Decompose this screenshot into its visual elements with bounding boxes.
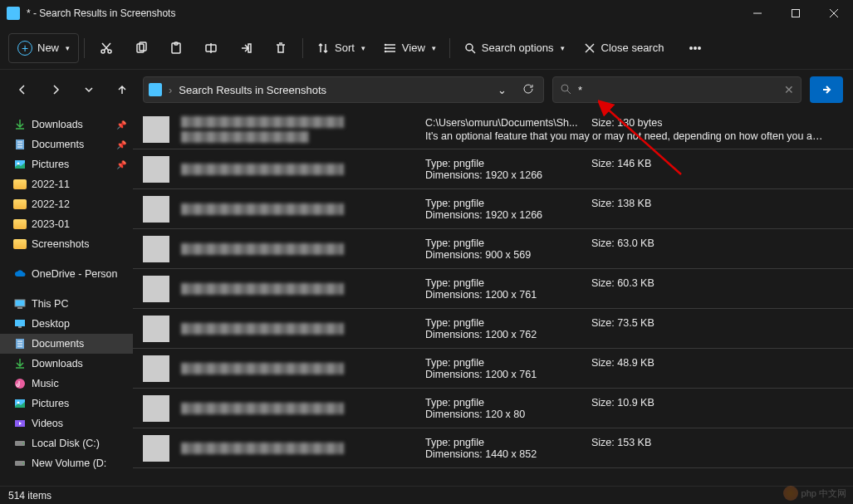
close-search-button[interactable]: Close search bbox=[575, 33, 673, 63]
sidebar-item[interactable]: New Volume (D: bbox=[0, 453, 133, 473]
file-size: 73.5 KB bbox=[617, 317, 654, 329]
delete-button[interactable] bbox=[264, 33, 297, 63]
clipboard-icon bbox=[169, 42, 183, 55]
result-row[interactable]: Type: pngfileDimensions: 120 x 80Size: 1… bbox=[133, 389, 853, 428]
svg-point-44 bbox=[15, 379, 25, 389]
close-button[interactable] bbox=[815, 0, 853, 27]
minimize-button[interactable] bbox=[738, 0, 777, 27]
results-list[interactable]: C:\Users\omuru\Documents\Sh...Size: 130 … bbox=[133, 110, 853, 486]
share-button[interactable] bbox=[229, 33, 262, 63]
breadcrumb-separator: › bbox=[169, 84, 172, 96]
result-row[interactable]: Type: pngfileDimensions: 1200 x 762Size:… bbox=[133, 309, 853, 349]
file-type: pngfile bbox=[453, 317, 484, 329]
dimensions-label: Dimensions: bbox=[425, 369, 483, 380]
sidebar-item[interactable]: Pictures bbox=[0, 394, 133, 413]
size-label: Size: bbox=[591, 198, 615, 209]
search-go-button[interactable] bbox=[810, 76, 843, 103]
file-dimensions: 1200 x 762 bbox=[485, 329, 537, 340]
more-button[interactable] bbox=[679, 33, 712, 63]
sidebar-item[interactable]: 2022-12 bbox=[0, 194, 133, 214]
nav-row: › Search Results in Screenshots ⌄ * ✕ bbox=[0, 70, 853, 110]
folder-icon bbox=[13, 179, 27, 189]
sidebar-item[interactable]: OneDrive - Person bbox=[0, 264, 133, 284]
sidebar-item[interactable]: Music bbox=[0, 374, 133, 394]
rename-button[interactable] bbox=[194, 33, 228, 63]
result-row[interactable]: Type: pngfileDimensions: 1440 x 852Size:… bbox=[133, 428, 853, 468]
folder-icon bbox=[13, 199, 27, 209]
result-row[interactable]: Type: pngfileDimensions: 1920 x 1266Size… bbox=[133, 149, 853, 189]
sidebar-item-label: OneDrive - Person bbox=[32, 268, 118, 280]
view-icon bbox=[384, 42, 397, 55]
dimensions-label: Dimensions: bbox=[425, 448, 483, 460]
trash-icon bbox=[274, 42, 287, 55]
disk-icon bbox=[13, 457, 27, 470]
sidebar-item[interactable]: Local Disk (C:) bbox=[0, 433, 133, 453]
search-options-button[interactable]: Search options ▾ bbox=[455, 33, 573, 63]
sidebar-item-label: Music bbox=[32, 378, 59, 389]
address-dropdown[interactable]: ⌄ bbox=[492, 84, 512, 96]
new-button[interactable]: + New ▾ bbox=[8, 33, 79, 63]
file-dimensions: 1200 x 761 bbox=[485, 369, 537, 380]
type-label: Type: bbox=[425, 357, 451, 369]
sidebar-item[interactable]: 2023-01 bbox=[0, 214, 133, 234]
back-button[interactable] bbox=[10, 77, 35, 102]
maximize-button[interactable] bbox=[777, 0, 815, 27]
sort-button[interactable]: Sort ▾ bbox=[308, 33, 374, 63]
dl-icon bbox=[13, 357, 27, 370]
file-type: pngfile bbox=[453, 277, 484, 289]
filename bbox=[181, 116, 414, 143]
file-type: pngfile bbox=[453, 437, 484, 448]
cut-button[interactable] bbox=[90, 33, 123, 63]
filename bbox=[181, 203, 414, 215]
sidebar-item[interactable]: Downloads📌 bbox=[0, 115, 133, 135]
result-row[interactable]: Type: pngfileDimensions: 1200 x 761Size:… bbox=[133, 349, 853, 389]
sidebar-item[interactable]: Documents📌 bbox=[0, 135, 133, 154]
sidebar-item[interactable]: Pictures📌 bbox=[0, 154, 133, 174]
clear-search-button[interactable]: ✕ bbox=[784, 83, 794, 96]
result-row[interactable]: Type: pngfileDimensions: 1920 x 1266Size… bbox=[133, 189, 853, 229]
sidebar-item[interactable]: This PC bbox=[0, 294, 133, 314]
sidebar-item[interactable]: Videos bbox=[0, 413, 133, 433]
sidebar-item-label: Local Disk (C:) bbox=[32, 438, 100, 449]
paste-button[interactable] bbox=[159, 33, 193, 63]
dimensions-label: Dimensions: bbox=[425, 329, 483, 340]
file-dimensions: 1920 x 1266 bbox=[485, 169, 542, 181]
thumbnail bbox=[143, 156, 169, 183]
type-label: Type: bbox=[425, 158, 451, 169]
view-button[interactable]: View ▾ bbox=[375, 33, 444, 63]
sidebar-item-label: 2022-12 bbox=[32, 198, 70, 210]
sidebar-item[interactable]: Documents bbox=[0, 334, 133, 354]
up-button[interactable] bbox=[110, 77, 135, 102]
recent-button[interactable] bbox=[76, 77, 101, 102]
copy-button[interactable] bbox=[125, 33, 158, 63]
file-dimensions: 1920 x 1266 bbox=[485, 209, 542, 221]
file-dimensions: 1200 x 761 bbox=[485, 289, 537, 301]
sidebar-item[interactable]: Downloads bbox=[0, 354, 133, 374]
thumbnail bbox=[143, 435, 169, 462]
new-label: New bbox=[37, 42, 59, 54]
chevron-down-icon: ▾ bbox=[432, 44, 436, 52]
sidebar-item[interactable]: Screenshots bbox=[0, 234, 133, 254]
file-type: pngfile bbox=[453, 198, 484, 209]
vid-icon bbox=[13, 417, 27, 430]
svg-line-29 bbox=[567, 91, 571, 94]
folder-icon bbox=[13, 239, 27, 249]
type-label: Type: bbox=[425, 317, 451, 329]
result-row[interactable]: C:\Users\omuru\Documents\Sh...Size: 130 … bbox=[133, 110, 853, 149]
sidebar-item[interactable]: 2022-11 bbox=[0, 174, 133, 194]
search-input[interactable]: * ✕ bbox=[552, 76, 802, 103]
pic-icon bbox=[13, 158, 27, 171]
result-row[interactable]: Type: pngfileDimensions: 1200 x 761Size:… bbox=[133, 269, 853, 309]
file-type: pngfile bbox=[453, 397, 484, 409]
dimensions-label: Dimensions: bbox=[425, 409, 483, 420]
sidebar-item-label: Documents bbox=[32, 338, 84, 350]
svg-point-21 bbox=[466, 44, 473, 51]
refresh-button[interactable] bbox=[518, 83, 538, 97]
sidebar-item[interactable]: Desktop bbox=[0, 314, 133, 334]
window-title: * - Search Results in Screenshots bbox=[27, 7, 738, 19]
result-row[interactable]: Type: pngfileDimensions: 900 x 569Size: … bbox=[133, 229, 853, 269]
thumbnail bbox=[143, 355, 169, 382]
sidebar-item-label: Videos bbox=[32, 418, 63, 429]
forward-button[interactable] bbox=[43, 77, 68, 102]
address-bar[interactable]: › Search Results in Screenshots ⌄ bbox=[143, 76, 544, 103]
